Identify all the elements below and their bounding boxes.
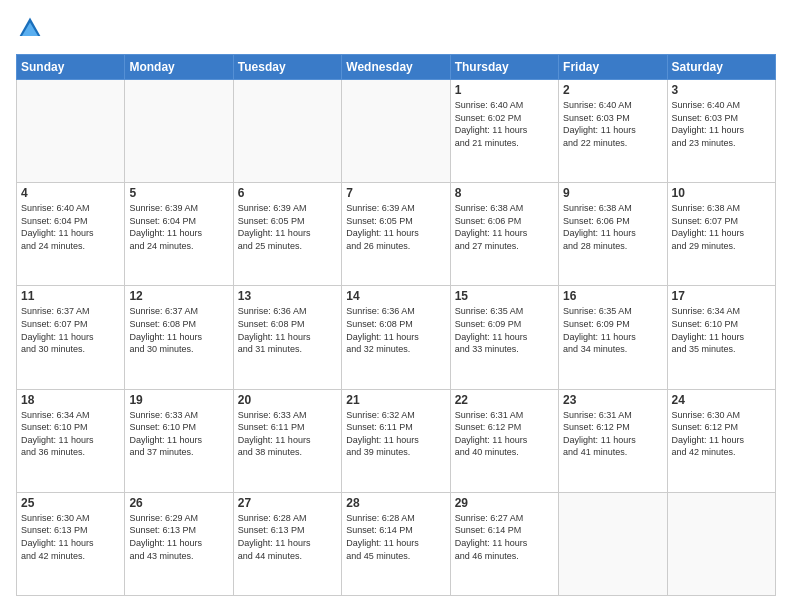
day-number: 1 [455, 83, 554, 97]
calendar-cell: 4Sunrise: 6:40 AM Sunset: 6:04 PM Daylig… [17, 183, 125, 286]
day-number: 5 [129, 186, 228, 200]
day-info: Sunrise: 6:36 AM Sunset: 6:08 PM Dayligh… [346, 305, 445, 355]
day-info: Sunrise: 6:34 AM Sunset: 6:10 PM Dayligh… [672, 305, 771, 355]
day-number: 4 [21, 186, 120, 200]
day-info: Sunrise: 6:30 AM Sunset: 6:13 PM Dayligh… [21, 512, 120, 562]
day-number: 13 [238, 289, 337, 303]
day-info: Sunrise: 6:38 AM Sunset: 6:06 PM Dayligh… [455, 202, 554, 252]
calendar-cell: 11Sunrise: 6:37 AM Sunset: 6:07 PM Dayli… [17, 286, 125, 389]
header [16, 16, 776, 44]
day-info: Sunrise: 6:40 AM Sunset: 6:04 PM Dayligh… [21, 202, 120, 252]
calendar-cell: 20Sunrise: 6:33 AM Sunset: 6:11 PM Dayli… [233, 389, 341, 492]
calendar-cell: 16Sunrise: 6:35 AM Sunset: 6:09 PM Dayli… [559, 286, 667, 389]
day-info: Sunrise: 6:39 AM Sunset: 6:05 PM Dayligh… [238, 202, 337, 252]
calendar-cell: 24Sunrise: 6:30 AM Sunset: 6:12 PM Dayli… [667, 389, 775, 492]
day-number: 24 [672, 393, 771, 407]
weekday-header-wednesday: Wednesday [342, 55, 450, 80]
day-number: 6 [238, 186, 337, 200]
day-number: 17 [672, 289, 771, 303]
calendar-cell [342, 80, 450, 183]
calendar-cell: 19Sunrise: 6:33 AM Sunset: 6:10 PM Dayli… [125, 389, 233, 492]
day-info: Sunrise: 6:30 AM Sunset: 6:12 PM Dayligh… [672, 409, 771, 459]
day-number: 3 [672, 83, 771, 97]
day-info: Sunrise: 6:36 AM Sunset: 6:08 PM Dayligh… [238, 305, 337, 355]
calendar-cell: 2Sunrise: 6:40 AM Sunset: 6:03 PM Daylig… [559, 80, 667, 183]
calendar-cell [559, 492, 667, 595]
calendar-week-2: 4Sunrise: 6:40 AM Sunset: 6:04 PM Daylig… [17, 183, 776, 286]
weekday-header-monday: Monday [125, 55, 233, 80]
calendar-header-row: SundayMondayTuesdayWednesdayThursdayFrid… [17, 55, 776, 80]
day-number: 21 [346, 393, 445, 407]
calendar-cell: 6Sunrise: 6:39 AM Sunset: 6:05 PM Daylig… [233, 183, 341, 286]
calendar-cell: 5Sunrise: 6:39 AM Sunset: 6:04 PM Daylig… [125, 183, 233, 286]
calendar-cell: 13Sunrise: 6:36 AM Sunset: 6:08 PM Dayli… [233, 286, 341, 389]
day-number: 9 [563, 186, 662, 200]
day-info: Sunrise: 6:37 AM Sunset: 6:08 PM Dayligh… [129, 305, 228, 355]
day-info: Sunrise: 6:28 AM Sunset: 6:14 PM Dayligh… [346, 512, 445, 562]
page: SundayMondayTuesdayWednesdayThursdayFrid… [0, 0, 792, 612]
calendar-cell: 28Sunrise: 6:28 AM Sunset: 6:14 PM Dayli… [342, 492, 450, 595]
calendar-cell: 18Sunrise: 6:34 AM Sunset: 6:10 PM Dayli… [17, 389, 125, 492]
day-number: 26 [129, 496, 228, 510]
day-info: Sunrise: 6:35 AM Sunset: 6:09 PM Dayligh… [455, 305, 554, 355]
day-number: 15 [455, 289, 554, 303]
day-info: Sunrise: 6:31 AM Sunset: 6:12 PM Dayligh… [563, 409, 662, 459]
calendar-table: SundayMondayTuesdayWednesdayThursdayFrid… [16, 54, 776, 596]
calendar-cell [17, 80, 125, 183]
calendar-cell: 7Sunrise: 6:39 AM Sunset: 6:05 PM Daylig… [342, 183, 450, 286]
day-info: Sunrise: 6:40 AM Sunset: 6:02 PM Dayligh… [455, 99, 554, 149]
calendar-cell: 23Sunrise: 6:31 AM Sunset: 6:12 PM Dayli… [559, 389, 667, 492]
day-number: 2 [563, 83, 662, 97]
calendar-cell: 1Sunrise: 6:40 AM Sunset: 6:02 PM Daylig… [450, 80, 558, 183]
calendar-cell [233, 80, 341, 183]
day-info: Sunrise: 6:38 AM Sunset: 6:07 PM Dayligh… [672, 202, 771, 252]
calendar-week-3: 11Sunrise: 6:37 AM Sunset: 6:07 PM Dayli… [17, 286, 776, 389]
calendar-cell: 21Sunrise: 6:32 AM Sunset: 6:11 PM Dayli… [342, 389, 450, 492]
calendar-cell: 27Sunrise: 6:28 AM Sunset: 6:13 PM Dayli… [233, 492, 341, 595]
day-info: Sunrise: 6:39 AM Sunset: 6:05 PM Dayligh… [346, 202, 445, 252]
day-info: Sunrise: 6:35 AM Sunset: 6:09 PM Dayligh… [563, 305, 662, 355]
day-info: Sunrise: 6:29 AM Sunset: 6:13 PM Dayligh… [129, 512, 228, 562]
day-number: 16 [563, 289, 662, 303]
day-info: Sunrise: 6:33 AM Sunset: 6:10 PM Dayligh… [129, 409, 228, 459]
calendar-cell [667, 492, 775, 595]
day-info: Sunrise: 6:40 AM Sunset: 6:03 PM Dayligh… [563, 99, 662, 149]
calendar-cell: 29Sunrise: 6:27 AM Sunset: 6:14 PM Dayli… [450, 492, 558, 595]
day-number: 19 [129, 393, 228, 407]
day-number: 18 [21, 393, 120, 407]
weekday-header-friday: Friday [559, 55, 667, 80]
day-number: 23 [563, 393, 662, 407]
day-info: Sunrise: 6:40 AM Sunset: 6:03 PM Dayligh… [672, 99, 771, 149]
day-info: Sunrise: 6:27 AM Sunset: 6:14 PM Dayligh… [455, 512, 554, 562]
day-info: Sunrise: 6:38 AM Sunset: 6:06 PM Dayligh… [563, 202, 662, 252]
day-number: 8 [455, 186, 554, 200]
day-number: 14 [346, 289, 445, 303]
day-info: Sunrise: 6:34 AM Sunset: 6:10 PM Dayligh… [21, 409, 120, 459]
day-info: Sunrise: 6:32 AM Sunset: 6:11 PM Dayligh… [346, 409, 445, 459]
day-number: 28 [346, 496, 445, 510]
day-number: 11 [21, 289, 120, 303]
calendar-cell: 8Sunrise: 6:38 AM Sunset: 6:06 PM Daylig… [450, 183, 558, 286]
calendar-week-5: 25Sunrise: 6:30 AM Sunset: 6:13 PM Dayli… [17, 492, 776, 595]
day-number: 22 [455, 393, 554, 407]
calendar-week-1: 1Sunrise: 6:40 AM Sunset: 6:02 PM Daylig… [17, 80, 776, 183]
weekday-header-thursday: Thursday [450, 55, 558, 80]
calendar-cell: 14Sunrise: 6:36 AM Sunset: 6:08 PM Dayli… [342, 286, 450, 389]
calendar-cell: 25Sunrise: 6:30 AM Sunset: 6:13 PM Dayli… [17, 492, 125, 595]
day-number: 25 [21, 496, 120, 510]
calendar-cell: 22Sunrise: 6:31 AM Sunset: 6:12 PM Dayli… [450, 389, 558, 492]
day-info: Sunrise: 6:33 AM Sunset: 6:11 PM Dayligh… [238, 409, 337, 459]
calendar-cell: 26Sunrise: 6:29 AM Sunset: 6:13 PM Dayli… [125, 492, 233, 595]
calendar-cell: 10Sunrise: 6:38 AM Sunset: 6:07 PM Dayli… [667, 183, 775, 286]
day-info: Sunrise: 6:28 AM Sunset: 6:13 PM Dayligh… [238, 512, 337, 562]
calendar-cell: 17Sunrise: 6:34 AM Sunset: 6:10 PM Dayli… [667, 286, 775, 389]
day-number: 27 [238, 496, 337, 510]
calendar-week-4: 18Sunrise: 6:34 AM Sunset: 6:10 PM Dayli… [17, 389, 776, 492]
day-number: 12 [129, 289, 228, 303]
day-info: Sunrise: 6:31 AM Sunset: 6:12 PM Dayligh… [455, 409, 554, 459]
logo [16, 16, 42, 44]
day-info: Sunrise: 6:37 AM Sunset: 6:07 PM Dayligh… [21, 305, 120, 355]
day-number: 7 [346, 186, 445, 200]
day-number: 10 [672, 186, 771, 200]
weekday-header-tuesday: Tuesday [233, 55, 341, 80]
